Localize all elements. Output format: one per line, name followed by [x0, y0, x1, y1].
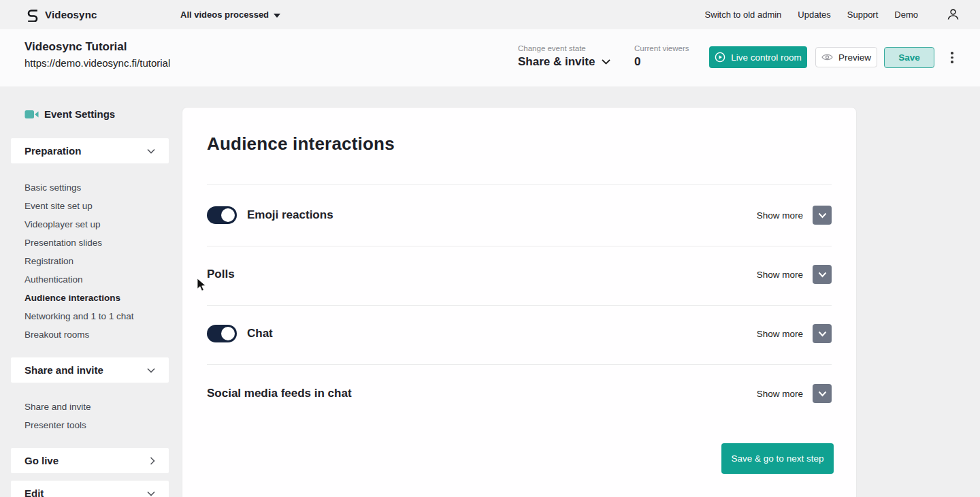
preview-button[interactable]: Preview: [815, 47, 877, 67]
sidebar-item-authentication[interactable]: Authentication: [24, 270, 134, 289]
share-and-invite-label: Share and invite: [24, 364, 103, 376]
sidebar-item-videoplayer-set-up[interactable]: Videoplayer set up: [24, 215, 134, 234]
emoji-reactions-toggle[interactable]: [207, 206, 237, 224]
chat-toggle[interactable]: [207, 325, 237, 342]
video-camera-icon: [24, 110, 39, 119]
chevron-right-icon: [150, 457, 155, 465]
chevron-down-icon: [818, 212, 827, 219]
social-expand-button[interactable]: [813, 384, 832, 403]
live-control-room-label: Live control room: [731, 52, 802, 63]
emoji-expand-button[interactable]: [813, 206, 832, 225]
link-updates[interactable]: Updates: [798, 10, 830, 20]
videos-processed-dropdown[interactable]: All videos processed: [180, 0, 280, 29]
chevron-down-icon: [818, 331, 827, 337]
eye-icon: [821, 53, 833, 61]
go-live-label: Go live: [24, 455, 59, 466]
social-media-feeds-label: Social media feeds in chat: [207, 387, 352, 400]
emoji-reactions-label: Emoji reactions: [247, 208, 333, 222]
social-show-more-link[interactable]: Show more: [757, 389, 803, 399]
chevron-down-icon: [147, 368, 155, 373]
event-title: Videosync Tutorial: [24, 40, 170, 54]
save-label: Save: [898, 52, 920, 63]
edit-label: Edit: [24, 487, 44, 497]
videos-processed-label: All videos processed: [180, 10, 269, 20]
polls-expand-button[interactable]: [813, 265, 832, 284]
page-title: Audience interactions: [207, 133, 395, 155]
brand-name: Videosync: [45, 9, 97, 20]
row-social-media-feeds: Social media feeds in chat Show more: [207, 380, 832, 407]
sidebar-item-presenter-tools[interactable]: Presenter tools: [24, 416, 91, 434]
audience-interactions-card: Audience interactions Emoji reactions Sh…: [182, 107, 857, 497]
event-url[interactable]: https://demo.videosync.fi/tutorial: [24, 57, 170, 69]
sidebar-section-go-live[interactable]: Go live: [11, 448, 169, 473]
play-circle-icon: [715, 52, 725, 63]
sidebar-item-audience-interactions[interactable]: Audience interactions: [24, 289, 134, 307]
chat-show-more-link[interactable]: Show more: [757, 329, 803, 339]
event-state-value: Share & invite: [518, 55, 595, 69]
current-viewers-block: Current viewers 0: [634, 44, 689, 69]
preview-label: Preview: [838, 52, 871, 63]
share-items: Share and invite Presenter tools: [24, 398, 91, 434]
save-and-next-step-button[interactable]: Save & go to next step: [721, 443, 834, 474]
sidebar-section-preparation[interactable]: Preparation: [11, 138, 169, 163]
chevron-down-icon: [147, 148, 155, 154]
sidebar-item-event-site-set-up[interactable]: Event site set up: [24, 197, 134, 215]
sidebar-item-basic-settings[interactable]: Basic settings: [24, 178, 134, 197]
row-polls: Polls Show more: [207, 261, 832, 288]
videosync-logo-icon: [26, 8, 39, 22]
emoji-show-more-link[interactable]: Show more: [757, 210, 803, 221]
brand[interactable]: Videosync: [26, 8, 97, 22]
polls-show-more-link[interactable]: Show more: [757, 270, 803, 280]
sidebar-section-edit[interactable]: Edit: [11, 481, 169, 497]
divider: [207, 185, 832, 185]
top-links: Switch to old admin Updates Support Demo: [705, 8, 980, 21]
more-options-kebab-icon[interactable]: [947, 47, 958, 68]
polls-label: Polls: [207, 268, 235, 281]
user-account-icon[interactable]: [947, 8, 960, 21]
sidebar-item-presentation-slides[interactable]: Presentation slides: [24, 234, 134, 252]
chevron-down-icon: [147, 491, 155, 496]
event-title-block: Videosync Tutorial https://demo.videosyn…: [24, 40, 170, 69]
row-emoji-reactions: Emoji reactions Show more: [207, 202, 832, 229]
sidebar-item-breakout-rooms[interactable]: Breakout rooms: [24, 325, 134, 344]
divider: [207, 246, 832, 246]
sidebar-item-share-and-invite[interactable]: Share and invite: [24, 398, 91, 416]
save-next-label: Save & go to next step: [732, 453, 824, 464]
sidebar-title-label: Event Settings: [44, 108, 115, 120]
event-state-label: Change event state: [518, 44, 610, 52]
live-control-room-button[interactable]: Live control room: [709, 46, 807, 68]
link-switch-old-admin[interactable]: Switch to old admin: [705, 10, 782, 20]
chevron-down-icon: [818, 272, 827, 278]
event-state-dropdown[interactable]: Share & invite: [518, 55, 610, 69]
sidebar-item-networking-1to1-chat[interactable]: Networking and 1 to 1 chat: [24, 307, 134, 325]
row-chat: Chat Show more: [207, 320, 832, 347]
save-button[interactable]: Save: [884, 47, 934, 68]
sidebar-item-registration[interactable]: Registration: [24, 252, 134, 270]
current-viewers-label: Current viewers: [634, 44, 689, 52]
chevron-down-icon: [602, 59, 610, 65]
link-demo[interactable]: Demo: [894, 10, 918, 20]
chat-label: Chat: [247, 327, 273, 340]
divider: [207, 364, 832, 365]
top-bar: Videosync All videos processed Switch to…: [0, 0, 980, 29]
preparation-label: Preparation: [24, 145, 81, 157]
event-state-block: Change event state Share & invite: [518, 44, 610, 69]
sidebar-section-share-and-invite[interactable]: Share and invite: [11, 357, 169, 383]
chevron-down-icon: [818, 391, 827, 397]
divider: [207, 305, 832, 306]
caret-down-icon: [274, 14, 280, 18]
event-header: Videosync Tutorial https://demo.videosyn…: [0, 29, 980, 86]
current-viewers-count: 0: [634, 55, 689, 69]
link-support[interactable]: Support: [847, 10, 879, 20]
chat-expand-button[interactable]: [813, 324, 832, 343]
preparation-items: Basic settings Event site set up Videopl…: [24, 178, 134, 344]
sidebar-title: Event Settings: [24, 108, 115, 120]
